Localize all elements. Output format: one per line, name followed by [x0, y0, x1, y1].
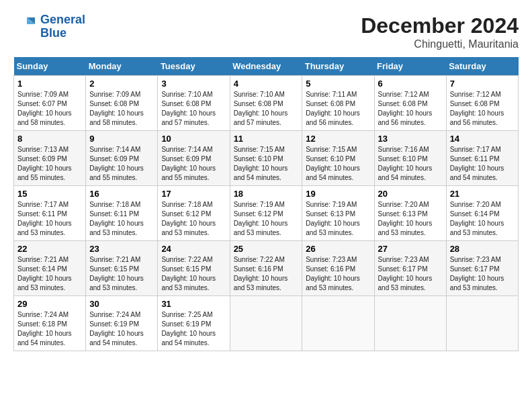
day-number: 29 — [17, 299, 82, 309]
calendar-day-cell: 9Sunrise: 7:14 AMSunset: 6:09 PMDaylight… — [86, 131, 158, 186]
day-number: 14 — [450, 134, 515, 144]
calendar-day-cell: 30Sunrise: 7:24 AMSunset: 6:19 PMDayligh… — [86, 296, 158, 351]
calendar-day-cell: 24Sunrise: 7:22 AMSunset: 6:15 PMDayligh… — [158, 241, 230, 296]
calendar-day-cell: 21Sunrise: 7:20 AMSunset: 6:14 PMDayligh… — [446, 186, 518, 241]
calendar-week-row: 29Sunrise: 7:24 AMSunset: 6:18 PMDayligh… — [14, 296, 519, 351]
day-info: Sunrise: 7:19 AMSunset: 6:13 PMDaylight:… — [306, 200, 370, 238]
calendar-week-row: 15Sunrise: 7:17 AMSunset: 6:11 PMDayligh… — [14, 186, 519, 241]
day-number: 17 — [161, 189, 226, 199]
day-number: 3 — [161, 79, 226, 89]
calendar-day-cell: 29Sunrise: 7:24 AMSunset: 6:18 PMDayligh… — [14, 296, 86, 351]
calendar-week-row: 8Sunrise: 7:13 AMSunset: 6:09 PMDaylight… — [14, 131, 519, 186]
day-number: 9 — [89, 134, 154, 144]
day-info: Sunrise: 7:13 AMSunset: 6:09 PMDaylight:… — [17, 145, 82, 183]
header-thursday: Thursday — [302, 57, 374, 76]
header-sunday: Sunday — [14, 57, 86, 76]
day-info: Sunrise: 7:10 AMSunset: 6:08 PMDaylight:… — [234, 90, 299, 128]
day-info: Sunrise: 7:15 AMSunset: 6:10 PMDaylight:… — [306, 145, 370, 183]
day-number: 4 — [234, 79, 299, 89]
day-info: Sunrise: 7:09 AMSunset: 6:07 PMDaylight:… — [17, 90, 82, 128]
day-info: Sunrise: 7:12 AMSunset: 6:08 PMDaylight:… — [450, 90, 515, 128]
day-number: 26 — [306, 244, 370, 254]
logo-icon — [13, 15, 38, 39]
calendar-day-cell: 10Sunrise: 7:14 AMSunset: 6:09 PMDayligh… — [158, 131, 230, 186]
day-number: 20 — [378, 189, 443, 199]
day-number: 7 — [450, 79, 515, 89]
day-info: Sunrise: 7:17 AMSunset: 6:11 PMDaylight:… — [450, 145, 515, 183]
calendar-table: Sunday Monday Tuesday Wednesday Thursday… — [13, 57, 519, 351]
calendar-week-row: 22Sunrise: 7:21 AMSunset: 6:14 PMDayligh… — [14, 241, 519, 296]
calendar-day-cell: 26Sunrise: 7:23 AMSunset: 6:16 PMDayligh… — [302, 241, 374, 296]
day-info: Sunrise: 7:23 AMSunset: 6:17 PMDaylight:… — [450, 255, 515, 293]
day-number: 28 — [450, 244, 515, 254]
day-info: Sunrise: 7:09 AMSunset: 6:08 PMDaylight:… — [89, 90, 154, 128]
calendar-day-cell: 31Sunrise: 7:25 AMSunset: 6:19 PMDayligh… — [158, 296, 230, 351]
calendar-day-cell: 20Sunrise: 7:20 AMSunset: 6:13 PMDayligh… — [374, 186, 446, 241]
calendar-day-cell: 18Sunrise: 7:19 AMSunset: 6:12 PMDayligh… — [230, 186, 302, 241]
calendar-day-cell: 23Sunrise: 7:21 AMSunset: 6:15 PMDayligh… — [86, 241, 158, 296]
day-number: 8 — [17, 134, 82, 144]
calendar-day-cell — [374, 296, 446, 351]
day-info: Sunrise: 7:11 AMSunset: 6:08 PMDaylight:… — [306, 90, 370, 128]
calendar-day-cell: 4Sunrise: 7:10 AMSunset: 6:08 PMDaylight… — [230, 76, 302, 131]
day-number: 15 — [17, 189, 82, 199]
day-number: 18 — [234, 189, 299, 199]
day-number: 1 — [17, 79, 82, 89]
day-number: 2 — [89, 79, 154, 89]
calendar-week-row: 1Sunrise: 7:09 AMSunset: 6:07 PMDaylight… — [14, 76, 519, 131]
day-info: Sunrise: 7:16 AMSunset: 6:10 PMDaylight:… — [378, 145, 443, 183]
day-info: Sunrise: 7:21 AMSunset: 6:15 PMDaylight:… — [89, 255, 154, 293]
calendar-day-cell: 8Sunrise: 7:13 AMSunset: 6:09 PMDaylight… — [14, 131, 86, 186]
page-header: GeneralBlue December 2024 Chinguetti, Ma… — [13, 13, 519, 50]
day-number: 10 — [161, 134, 226, 144]
day-info: Sunrise: 7:17 AMSunset: 6:11 PMDaylight:… — [17, 200, 82, 238]
day-info: Sunrise: 7:23 AMSunset: 6:17 PMDaylight:… — [378, 255, 443, 293]
header-tuesday: Tuesday — [158, 57, 230, 76]
day-info: Sunrise: 7:24 AMSunset: 6:18 PMDaylight:… — [17, 310, 82, 348]
logo: GeneralBlue — [13, 13, 85, 40]
header-wednesday: Wednesday — [230, 57, 302, 76]
day-number: 6 — [378, 79, 443, 89]
day-info: Sunrise: 7:20 AMSunset: 6:13 PMDaylight:… — [378, 200, 443, 238]
calendar-day-cell: 17Sunrise: 7:18 AMSunset: 6:12 PMDayligh… — [158, 186, 230, 241]
day-number: 31 — [161, 299, 226, 309]
day-info: Sunrise: 7:15 AMSunset: 6:10 PMDaylight:… — [234, 145, 299, 183]
header-friday: Friday — [374, 57, 446, 76]
day-number: 22 — [17, 244, 82, 254]
location-title: Chinguetti, Mauritania — [361, 38, 519, 50]
day-number: 5 — [306, 79, 370, 89]
calendar-day-cell — [230, 296, 302, 351]
calendar-day-cell: 22Sunrise: 7:21 AMSunset: 6:14 PMDayligh… — [14, 241, 86, 296]
calendar-day-cell: 25Sunrise: 7:22 AMSunset: 6:16 PMDayligh… — [230, 241, 302, 296]
header-saturday: Saturday — [446, 57, 518, 76]
day-info: Sunrise: 7:10 AMSunset: 6:08 PMDaylight:… — [161, 90, 226, 128]
day-info: Sunrise: 7:21 AMSunset: 6:14 PMDaylight:… — [17, 255, 82, 293]
day-info: Sunrise: 7:14 AMSunset: 6:09 PMDaylight:… — [89, 145, 154, 183]
day-info: Sunrise: 7:23 AMSunset: 6:16 PMDaylight:… — [306, 255, 370, 293]
title-area: December 2024 Chinguetti, Mauritania — [361, 13, 519, 50]
month-title: December 2024 — [361, 13, 519, 38]
calendar-day-cell: 1Sunrise: 7:09 AMSunset: 6:07 PMDaylight… — [14, 76, 86, 131]
day-info: Sunrise: 7:22 AMSunset: 6:16 PMDaylight:… — [234, 255, 299, 293]
calendar-day-cell: 11Sunrise: 7:15 AMSunset: 6:10 PMDayligh… — [230, 131, 302, 186]
calendar-day-cell: 3Sunrise: 7:10 AMSunset: 6:08 PMDaylight… — [158, 76, 230, 131]
day-info: Sunrise: 7:18 AMSunset: 6:11 PMDaylight:… — [89, 200, 154, 238]
calendar-day-cell: 28Sunrise: 7:23 AMSunset: 6:17 PMDayligh… — [446, 241, 518, 296]
calendar-day-cell — [302, 296, 374, 351]
calendar-day-cell: 16Sunrise: 7:18 AMSunset: 6:11 PMDayligh… — [86, 186, 158, 241]
day-info: Sunrise: 7:19 AMSunset: 6:12 PMDaylight:… — [234, 200, 299, 238]
calendar-day-cell: 13Sunrise: 7:16 AMSunset: 6:10 PMDayligh… — [374, 131, 446, 186]
calendar-day-cell: 5Sunrise: 7:11 AMSunset: 6:08 PMDaylight… — [302, 76, 374, 131]
weekday-header-row: Sunday Monday Tuesday Wednesday Thursday… — [14, 57, 519, 76]
logo-text: GeneralBlue — [40, 13, 85, 40]
day-info: Sunrise: 7:22 AMSunset: 6:15 PMDaylight:… — [161, 255, 226, 293]
calendar-day-cell: 27Sunrise: 7:23 AMSunset: 6:17 PMDayligh… — [374, 241, 446, 296]
calendar-day-cell: 12Sunrise: 7:15 AMSunset: 6:10 PMDayligh… — [302, 131, 374, 186]
day-number: 24 — [161, 244, 226, 254]
calendar-day-cell: 7Sunrise: 7:12 AMSunset: 6:08 PMDaylight… — [446, 76, 518, 131]
day-info: Sunrise: 7:25 AMSunset: 6:19 PMDaylight:… — [161, 310, 226, 348]
day-number: 27 — [378, 244, 443, 254]
day-info: Sunrise: 7:18 AMSunset: 6:12 PMDaylight:… — [161, 200, 226, 238]
calendar-day-cell: 15Sunrise: 7:17 AMSunset: 6:11 PMDayligh… — [14, 186, 86, 241]
day-info: Sunrise: 7:12 AMSunset: 6:08 PMDaylight:… — [378, 90, 443, 128]
